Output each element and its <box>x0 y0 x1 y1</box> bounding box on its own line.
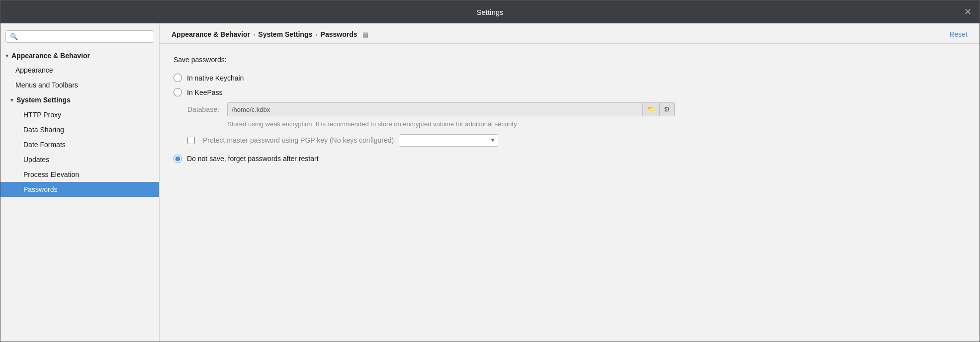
database-row: Database: 📁 ⚙ <box>187 102 966 116</box>
content-area: Appearance & Behavior › System Settings … <box>160 23 980 342</box>
sidebar-item-appearance[interactable]: Appearance <box>0 63 159 78</box>
gear-button[interactable]: ⚙ <box>659 103 674 116</box>
sidebar-item-http-proxy[interactable]: HTTP Proxy <box>0 107 159 122</box>
radio-native-keychain[interactable] <box>174 74 182 82</box>
breadcrumb-separator-1: › <box>315 31 317 38</box>
database-input-wrap: 📁 ⚙ <box>227 102 675 116</box>
pgp-row: Protect master password using PGP key (N… <box>187 134 966 147</box>
browse-button[interactable]: 📁 <box>642 103 659 116</box>
radio-do-not-save[interactable] <box>174 155 182 163</box>
save-passwords-label: Save passwords: <box>174 56 966 64</box>
pgp-label: Protect master password using PGP key (N… <box>203 136 394 144</box>
pgp-select-wrap <box>399 134 498 147</box>
sidebar-item-process-elevation[interactable]: Process Elevation <box>0 167 159 182</box>
titlebar: Settings ✕ <box>0 0 980 23</box>
chevron-down-icon: ▾ <box>10 97 13 103</box>
password-options-group: In native Keychain In KeePass Database: <box>174 71 966 166</box>
folder-icon: 📁 <box>647 105 655 113</box>
close-button[interactable]: ✕ <box>964 7 972 16</box>
sidebar-item-date-formats[interactable]: Date Formats <box>0 137 159 152</box>
radio-row-native-keychain: In native Keychain <box>174 71 966 85</box>
sidebar-section-label: Appearance & Behavior <box>11 52 90 60</box>
reset-button[interactable]: Reset <box>949 30 968 38</box>
sidebar-item-updates[interactable]: Updates <box>0 152 159 167</box>
window-title: Settings <box>476 8 503 16</box>
database-warning: Stored using weak encryption. It is reco… <box>227 119 575 129</box>
sidebar-item-menus-toolbars[interactable]: Menus and Toolbars <box>0 78 159 92</box>
breadcrumb-separator-0: › <box>253 31 255 38</box>
keepass-sub-section: Database: 📁 ⚙ <box>187 102 966 147</box>
search-box[interactable]: 🔍 <box>5 30 154 43</box>
sidebar: 🔍 ▾ Appearance & Behavior Appearance Men… <box>0 23 160 342</box>
sidebar-item-data-sharing[interactable]: Data Sharing <box>0 122 159 137</box>
pgp-checkbox[interactable] <box>187 137 195 144</box>
radio-row-keepass: In KeePass <box>174 85 966 99</box>
sidebar-item-passwords[interactable]: Passwords <box>0 182 159 197</box>
breadcrumb: Appearance & Behavior › System Settings … <box>172 30 368 38</box>
pgp-select[interactable] <box>399 134 498 147</box>
radio-label-native-keychain: In native Keychain <box>187 74 244 82</box>
breadcrumb-item-1: System Settings <box>258 30 312 38</box>
sidebar-item-appearance-behavior[interactable]: ▾ Appearance & Behavior <box>0 48 159 63</box>
breadcrumb-menu-icon: ▤ <box>362 31 368 38</box>
sidebar-item-system-settings[interactable]: ▾ System Settings <box>0 92 159 107</box>
gear-icon: ⚙ <box>664 105 670 113</box>
content-body: Save passwords: In native Keychain In Ke… <box>160 44 980 178</box>
radio-label-do-not-save: Do not save, forget passwords after rest… <box>187 155 319 163</box>
radio-label-keepass: In KeePass <box>187 88 223 96</box>
database-input[interactable] <box>228 103 642 116</box>
radio-keepass[interactable] <box>174 88 182 96</box>
settings-window: Settings ✕ 🔍 ▾ Appearance & Behavior App… <box>0 0 980 342</box>
breadcrumb-item-0: Appearance & Behavior <box>172 30 250 38</box>
breadcrumb-item-2: Passwords <box>321 30 357 38</box>
database-label: Database: <box>187 105 222 113</box>
radio-row-do-not-save: Do not save, forget passwords after rest… <box>174 152 966 166</box>
chevron-down-icon: ▾ <box>5 53 8 59</box>
search-icon: 🔍 <box>10 33 18 40</box>
search-input[interactable] <box>20 33 150 40</box>
main-content: 🔍 ▾ Appearance & Behavior Appearance Men… <box>0 23 980 342</box>
content-header: Appearance & Behavior › System Settings … <box>160 23 980 44</box>
